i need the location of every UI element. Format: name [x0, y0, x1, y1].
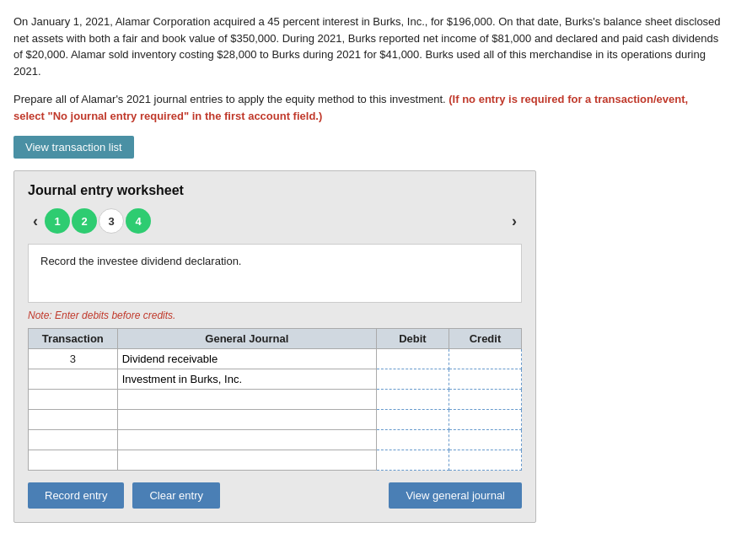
note-text: Note: Enter debits before credits. — [28, 310, 522, 321]
credit-input-5[interactable] — [454, 433, 517, 446]
credit-cell-2[interactable] — [449, 369, 521, 390]
transaction-cell-2 — [29, 369, 118, 390]
table-row: 3 — [29, 349, 522, 369]
general-journal-cell-3[interactable] — [117, 390, 376, 410]
credit-input-4[interactable] — [454, 413, 517, 426]
credit-cell-1[interactable] — [449, 349, 521, 369]
intro-paragraph1: On January 1, 2021, Alamar Corporation a… — [13, 13, 722, 79]
transaction-cell-3 — [29, 390, 118, 410]
credit-cell-5[interactable] — [449, 430, 521, 450]
general-journal-cell-5[interactable] — [117, 430, 376, 450]
table-row — [29, 410, 522, 430]
col-header-debit: Debit — [376, 329, 449, 349]
general-journal-input-2[interactable] — [122, 373, 372, 385]
table-row — [29, 390, 522, 410]
transaction-cell-5 — [29, 430, 118, 450]
credit-cell-4[interactable] — [449, 410, 521, 430]
clear-entry-button[interactable]: Clear entry — [132, 482, 220, 509]
tab-1-button[interactable]: 1 — [45, 208, 70, 234]
tab-3-button[interactable]: 3 — [99, 208, 124, 234]
journal-table: Transaction General Journal Debit Credit… — [28, 328, 522, 471]
transaction-cell-4 — [29, 410, 118, 430]
general-journal-cell-6[interactable] — [117, 450, 376, 471]
table-row — [29, 450, 522, 471]
debit-cell-5[interactable] — [376, 430, 449, 450]
general-journal-cell-1[interactable] — [117, 349, 376, 369]
debit-cell-4[interactable] — [376, 410, 449, 430]
general-journal-input-5[interactable] — [122, 433, 372, 446]
debit-input-5[interactable] — [381, 433, 444, 446]
table-row — [29, 430, 522, 450]
table-row — [29, 369, 522, 390]
tab-next-button[interactable]: › — [507, 213, 522, 230]
general-journal-input-1[interactable] — [122, 353, 372, 365]
debit-input-3[interactable] — [381, 393, 444, 406]
general-journal-cell-2[interactable] — [117, 369, 376, 390]
credit-input-6[interactable] — [454, 454, 517, 466]
col-header-credit: Credit — [449, 329, 521, 349]
intro-paragraph2-plain: Prepare all of Alamar's 2021 journal ent… — [13, 93, 446, 105]
debit-cell-3[interactable] — [376, 390, 449, 410]
tabs-row: ‹ 1 2 3 4 › — [28, 208, 522, 234]
general-journal-input-4[interactable] — [122, 413, 372, 426]
debit-cell-1[interactable] — [376, 349, 449, 369]
tab-2-button[interactable]: 2 — [72, 208, 97, 234]
intro-section: On January 1, 2021, Alamar Corporation a… — [13, 13, 723, 124]
credit-input-3[interactable] — [454, 393, 517, 406]
debit-cell-2[interactable] — [376, 369, 449, 390]
tab-4-button[interactable]: 4 — [126, 208, 151, 234]
bottom-buttons: Record entry Clear entry View general jo… — [28, 482, 522, 509]
debit-input-6[interactable] — [381, 454, 444, 466]
debit-input-1[interactable] — [381, 353, 444, 365]
col-header-transaction: Transaction — [29, 329, 118, 349]
general-journal-input-3[interactable] — [122, 393, 372, 406]
tab-prev-button[interactable]: ‹ — [28, 213, 43, 230]
general-journal-cell-4[interactable] — [117, 410, 376, 430]
debit-cell-6[interactable] — [376, 450, 449, 471]
worksheet-title: Journal entry worksheet — [28, 183, 522, 198]
debit-input-4[interactable] — [381, 413, 444, 426]
credit-cell-6[interactable] — [449, 450, 521, 471]
col-header-general-journal: General Journal — [117, 329, 376, 349]
worksheet-container: Journal entry worksheet ‹ 1 2 3 4 › Reco… — [13, 170, 536, 523]
description-box: Record the investee dividend declaration… — [28, 244, 522, 303]
credit-input-1[interactable] — [454, 353, 517, 365]
credit-cell-3[interactable] — [449, 390, 521, 410]
intro-paragraph2: Prepare all of Alamar's 2021 journal ent… — [13, 91, 722, 124]
view-general-journal-button[interactable]: View general journal — [389, 482, 522, 509]
description-text: Record the investee dividend declaration… — [40, 255, 241, 267]
credit-input-2[interactable] — [454, 373, 517, 385]
view-transaction-list-button[interactable]: View transaction list — [13, 136, 134, 159]
record-entry-button[interactable]: Record entry — [28, 482, 124, 509]
general-journal-input-6[interactable] — [122, 454, 372, 466]
transaction-cell-6 — [29, 450, 118, 471]
transaction-cell-1: 3 — [29, 349, 118, 369]
debit-input-2[interactable] — [381, 373, 444, 385]
